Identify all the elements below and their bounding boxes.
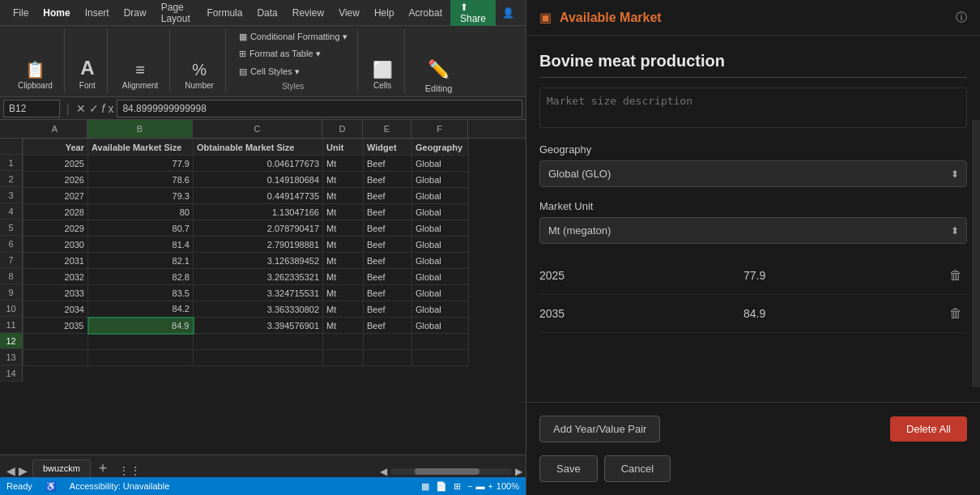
share-button[interactable]: ⬆ Share	[450, 0, 496, 28]
header-year[interactable]: Year	[23, 139, 88, 156]
table-cell[interactable]: Global	[412, 285, 469, 301]
table-cell[interactable]: 0.449147735	[194, 188, 323, 204]
market-description-input[interactable]	[539, 87, 967, 128]
table-cell[interactable]: 2030	[23, 237, 88, 253]
add-sheet-icon[interactable]: +	[92, 460, 114, 477]
col-header-b[interactable]: B	[87, 120, 193, 138]
table-cell[interactable]: Mt	[323, 253, 364, 269]
header-obtainable[interactable]: Obtainable Market Size	[194, 139, 323, 156]
editing-btn[interactable]: ✏️ Editing	[415, 59, 463, 93]
scroll-right-icon[interactable]: ▶	[515, 466, 522, 477]
table-cell[interactable]: Beef	[364, 269, 412, 285]
menu-draw[interactable]: Draw	[117, 4, 153, 22]
table-cell[interactable]: Global	[412, 237, 469, 253]
table-cell[interactable]: Mt	[323, 285, 364, 301]
table-cell[interactable]: Mt	[323, 220, 364, 237]
table-row[interactable]: 202678.60.149180684MtBeefGlobal	[23, 172, 469, 188]
table-cell[interactable]: 83.5	[88, 285, 194, 301]
zoom-slider[interactable]: ▬	[475, 481, 484, 491]
table-cell[interactable]: Beef	[364, 253, 412, 269]
row-num-10[interactable]: 10	[0, 301, 23, 317]
menu-page-layout[interactable]: Page Layout	[155, 0, 199, 28]
table-row[interactable]: 202779.30.449147735MtBeefGlobal	[23, 188, 469, 204]
row-num-12[interactable]: 12	[0, 333, 23, 349]
row-num-8[interactable]: 8	[0, 268, 23, 284]
table-cell[interactable]: Beef	[364, 204, 412, 220]
table-cell[interactable]: 2025	[23, 156, 88, 172]
col-header-d[interactable]: D	[322, 120, 363, 138]
page-break-icon[interactable]: ⊞	[454, 481, 461, 492]
menu-help[interactable]: Help	[368, 4, 401, 22]
menu-data[interactable]: Data	[250, 4, 283, 22]
menu-review[interactable]: Review	[286, 4, 330, 22]
geography-select[interactable]: Global (GLO) Regional Local	[539, 160, 967, 187]
menu-acrobat[interactable]: Acrobat	[403, 4, 449, 22]
row-num-5[interactable]: 5	[0, 220, 23, 236]
market-unit-select[interactable]: Mt (megaton) Kt (kiloton) Ton	[539, 217, 967, 244]
menu-file[interactable]: File	[6, 4, 35, 22]
table-row[interactable]: 203484.23.363330802MtBeefGlobal	[23, 301, 469, 318]
table-cell-empty[interactable]	[323, 350, 364, 366]
table-cell[interactable]: 2026	[23, 172, 88, 188]
table-cell[interactable]: Beef	[364, 318, 412, 334]
page-layout-icon[interactable]: 📄	[436, 481, 447, 492]
table-row[interactable]: 203584.93.394576901MtBeefGlobal	[23, 318, 469, 334]
row-num-9[interactable]: 9	[0, 284, 23, 301]
table-row[interactable]: 203081.42.790198881MtBeefGlobal	[23, 237, 469, 253]
menu-view[interactable]: View	[332, 4, 366, 22]
table-cell[interactable]: 3.394576901	[194, 318, 323, 334]
row-num-2[interactable]: 2	[0, 171, 23, 187]
normal-view-icon[interactable]: ▦	[421, 481, 429, 492]
table-cell[interactable]: 1.13047166	[194, 204, 323, 220]
table-cell[interactable]: Beef	[364, 301, 412, 318]
table-cell[interactable]: 0.046177673	[194, 156, 323, 172]
row-num-7[interactable]: 7	[0, 252, 23, 268]
table-cell[interactable]: 2027	[23, 188, 88, 204]
table-cell[interactable]: Global	[412, 188, 469, 204]
table-cell[interactable]: Beef	[364, 188, 412, 204]
cell-styles-btn[interactable]: ▤ Cell Styles ▾	[236, 65, 351, 79]
table-cell-empty[interactable]	[194, 350, 323, 366]
add-year-value-btn[interactable]: Add Year/Value Pair	[539, 416, 660, 442]
table-row[interactable]: 203182.13.126389452MtBeefGlobal	[23, 253, 469, 269]
scroll-left-icon[interactable]: ◀	[380, 466, 387, 477]
table-cell-empty[interactable]	[194, 334, 323, 350]
format-as-table-btn[interactable]: ⊞ Format as Table ▾	[236, 47, 351, 61]
table-cell[interactable]: 2028	[23, 204, 88, 220]
prev-sheet-icon[interactable]: ◀	[6, 464, 15, 477]
scroll-thumb[interactable]	[415, 468, 479, 475]
save-button[interactable]: Save	[539, 455, 598, 482]
table-cell[interactable]: Mt	[323, 172, 364, 188]
next-sheet-icon[interactable]: ▶	[19, 464, 28, 477]
table-cell[interactable]: Global	[412, 269, 469, 285]
formula-input[interactable]	[117, 100, 522, 117]
table-cell[interactable]: Beef	[364, 237, 412, 253]
table-cell[interactable]: 78.6	[88, 172, 194, 188]
scroll-track[interactable]	[390, 468, 512, 475]
row-num-6[interactable]: 6	[0, 236, 23, 252]
row-num-4[interactable]: 4	[0, 203, 23, 220]
table-cell[interactable]: 2031	[23, 253, 88, 269]
sheet-options-icon[interactable]: ⋮⋮	[118, 464, 141, 477]
table-cell-empty[interactable]	[23, 334, 88, 350]
table-cell-empty[interactable]	[323, 334, 364, 350]
sheet-tab-bwuzckm[interactable]: bwuzckm	[32, 459, 91, 477]
table-cell[interactable]: 79.3	[88, 188, 194, 204]
zoom-minus-icon[interactable]: −	[467, 481, 472, 491]
table-cell[interactable]: 0.149180684	[194, 172, 323, 188]
cancel-button[interactable]: Cancel	[604, 455, 671, 482]
header-available[interactable]: Available Market Size	[88, 139, 194, 156]
table-cell[interactable]: Mt	[323, 301, 364, 318]
table-row[interactable]: 203282.83.262335321MtBeefGlobal	[23, 269, 469, 285]
table-cell[interactable]: 2.790198881	[194, 237, 323, 253]
table-cell[interactable]: 2.078790417	[194, 220, 323, 237]
menu-home[interactable]: Home	[36, 4, 76, 22]
menu-formula[interactable]: Formula	[200, 4, 249, 22]
table-row[interactable]: 203383.53.324715531MtBeefGlobal	[23, 285, 469, 301]
table-cell[interactable]: 84.2	[88, 301, 194, 318]
zoom-control[interactable]: − ▬ + 100%	[467, 481, 519, 491]
table-cell[interactable]: Beef	[364, 285, 412, 301]
conditional-formatting-btn[interactable]: ▦ Conditional Formatting ▾	[236, 30, 351, 44]
menu-insert[interactable]: Insert	[79, 4, 116, 22]
table-cell[interactable]: 3.363330802	[194, 301, 323, 318]
